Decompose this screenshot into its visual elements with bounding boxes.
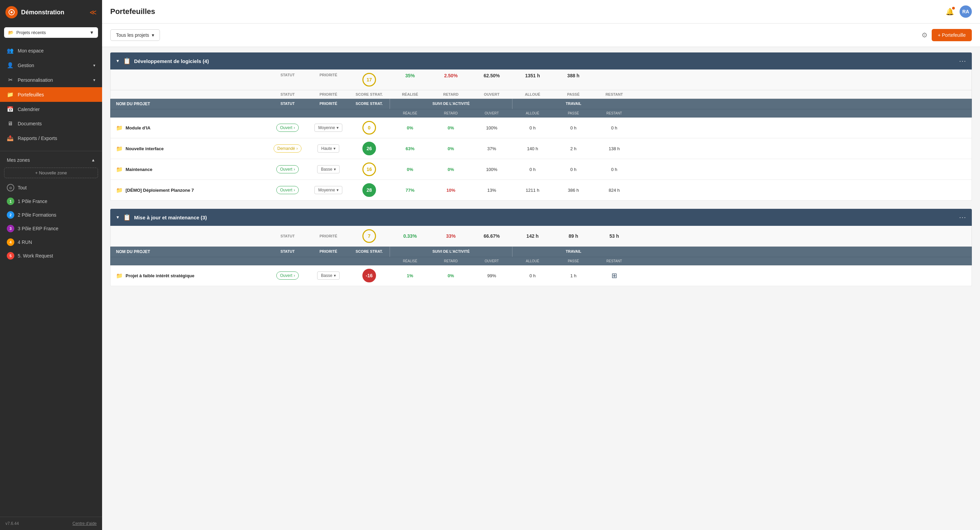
project-name-cell[interactable]: 📁 Nouvelle interface [111,141,267,156]
status-badge[interactable]: Ouvert › [276,124,299,132]
col-statut-header: STATUT [267,99,308,109]
project-name-cell[interactable]: 📁 Projet à faible intérêt stratégique [111,268,267,283]
zone-label: 3 Pôle ERP France [18,226,59,231]
zone-label: 2 Pôle Formations [18,212,56,218]
sidebar-footer: v7.6.44 Centre d'aide [0,517,102,530]
project-alloue-cell: 1211 h [512,184,553,196]
col-nom-header: NOM DU PROJET [111,99,267,109]
col-group-headers-1: NOM DU PROJET STATUT PRIORITÉ SCORE STRA… [110,99,972,109]
project-filter-dropdown[interactable]: Tous les projets ▾ [110,29,160,41]
status-badge[interactable]: Demandé › [274,144,301,153]
dropdown-left: 📂 Projets récents [8,30,46,35]
project-score-cell: 16 [349,159,390,179]
sidebar-item-gestion[interactable]: 👤 Gestion ▾ [0,58,102,73]
zone-all-icon: ⊙ [7,184,14,192]
logo-icon [5,6,18,18]
mes-zones-label: Mes zones [7,157,30,163]
sidebar-item-calendrier[interactable]: 📅 Calendrier [0,102,102,117]
project-folder-icon: 📁 [116,166,123,173]
sidebar-item-personnalisation[interactable]: ✂ Personnalisation ▾ [0,73,102,87]
zone-item-4[interactable]: 4 4 RUN [0,235,102,249]
project-passe-cell: 1 h [553,270,594,282]
chevron-down-icon: ▼ [89,30,94,35]
notification-button[interactable]: 🔔 [946,8,954,16]
gestion-icon: 👤 [7,62,14,69]
nouvelle-zone-button[interactable]: + Nouvelle zone [4,168,98,178]
zone-label: 1 Pôle France [18,199,47,204]
priority-badge[interactable]: Basse ▾ [317,271,339,279]
sidebar-item-label: Portefeuilles [18,92,44,97]
project-folder-icon: 📁 [116,125,123,131]
zone-item-tout[interactable]: ⊙ Tout [0,181,102,195]
project-priority-cell: Haute ▾ [308,141,349,156]
sidebar-item-documents[interactable]: 🖥 Documents [0,117,102,131]
portfolio-menu-button[interactable]: ··· [959,214,966,221]
priority-badge[interactable]: Basse ▾ [317,165,339,173]
status-badge[interactable]: Ouvert › [276,165,299,173]
portfolio-header-1: ▼ 📋 Développement de logiciels (4) ··· [110,53,972,69]
project-restant-cell: 0 h [594,163,635,176]
documents-icon: 🖥 [7,121,14,127]
portfolio-menu-button[interactable]: ··· [959,57,966,65]
summary-empty [111,69,267,90]
project-retard-cell: 0% [430,122,471,134]
sidebar-logo: Démonstration [5,6,64,18]
project-name: Projet à faible intérêt stratégique [126,273,194,278]
settings-button[interactable]: ⚙ [921,31,928,39]
priority-badge[interactable]: Moyenne ▾ [314,124,342,132]
zone-item-3[interactable]: 3 3 Pôle ERP France [0,222,102,235]
score-circle: -16 [363,269,376,283]
project-restant-cell: 824 h [594,184,635,196]
project-alloue-cell: 140 h [512,143,553,155]
status-badge[interactable]: Ouvert › [276,271,299,279]
toolbar-right: ⚙ + Portefeuille [921,29,972,41]
project-folder-icon: 📁 [116,145,123,152]
priority-badge[interactable]: Haute ▾ [318,144,339,153]
expand-icon[interactable]: ▼ [116,59,120,63]
user-avatar[interactable]: RA [959,5,972,18]
project-restant-cell: ⊞ [594,268,635,283]
zone-item-5[interactable]: 5 5. Work Request [0,249,102,263]
priority-badge[interactable]: Moyenne ▾ [314,186,342,194]
project-realise-cell: 0% [390,163,430,176]
status-badge[interactable]: Ouvert › [276,186,299,194]
zone-badge-5: 5 [7,252,14,260]
project-status-cell: Demandé › [267,141,308,156]
score-circle: 26 [363,142,376,155]
project-ouvert-cell: 99% [471,270,512,282]
project-name-cell[interactable]: 📁 [DÉMO] Déploiement Planzone 7 [111,183,267,198]
project-name-cell[interactable]: 📁 Maintenance [111,162,267,177]
portfolio-name-2: Mise à jour et maintenance (3) [134,215,956,220]
project-name-cell[interactable]: 📁 Module d'IA [111,121,267,135]
col-nom-header: NOM DU PROJET [111,247,267,257]
project-restant-cell: 0 h [594,122,635,134]
sub-col-headers-1: RÉALISÉ RETARD OUVERT ALLOUÉ PASSÉ RESTA… [110,109,972,118]
sidebar-toggle-button[interactable]: ≪ [89,8,97,16]
portfolio-summary-2: STATUT PRIORITÉ 7 0.33% 33% 66.67% 142 h… [110,226,972,247]
project-passe-cell: 0 h [553,163,594,176]
project-retard-cell: 10% [430,184,471,196]
rapports-icon: 📤 [7,135,14,141]
project-score-cell: 0 [349,118,390,138]
sub-col-headers-2: RÉALISÉ RETARD OUVERT ALLOUÉ PASSÉ RESTA… [110,257,972,265]
project-priority-cell: Moyenne ▾ [308,183,349,198]
main-content: Portefeuilles 🔔 RA Tous les projets ▾ ⚙ … [102,0,980,530]
scroll-right-icon[interactable]: ⊞ [611,272,617,279]
zone-item-2[interactable]: 2 2 Pôle Formations [0,208,102,222]
zone-item-1[interactable]: 1 1 Pôle France [0,195,102,208]
project-passe-cell: 386 h [553,184,594,196]
notification-dot [952,7,955,10]
sidebar-item-rapports[interactable]: 📤 Rapports / Exports [0,131,102,145]
sidebar-item-mon-espace[interactable]: 👥 Mon espace [0,43,102,58]
expand-icon[interactable]: ▼ [116,215,120,220]
help-link[interactable]: Centre d'aide [73,521,97,526]
add-portfolio-button[interactable]: + Portefeuille [932,29,972,41]
project-realise-cell: 63% [390,143,430,155]
sidebar-item-portefeuilles[interactable]: 📁 Portefeuilles [0,87,102,102]
portfolio-summary-row-full-1: STATUT PRIORITÉ SCORE STRAT. RÉALISÉ RET… [110,90,972,99]
project-name: Maintenance [126,167,153,172]
col-priorite-header: PRIORITÉ [308,99,349,109]
mes-zones-header[interactable]: Mes zones ▲ [0,154,102,166]
projects-dropdown[interactable]: 📂 Projets récents ▼ [4,27,98,38]
personnalisation-icon: ✂ [7,77,14,83]
